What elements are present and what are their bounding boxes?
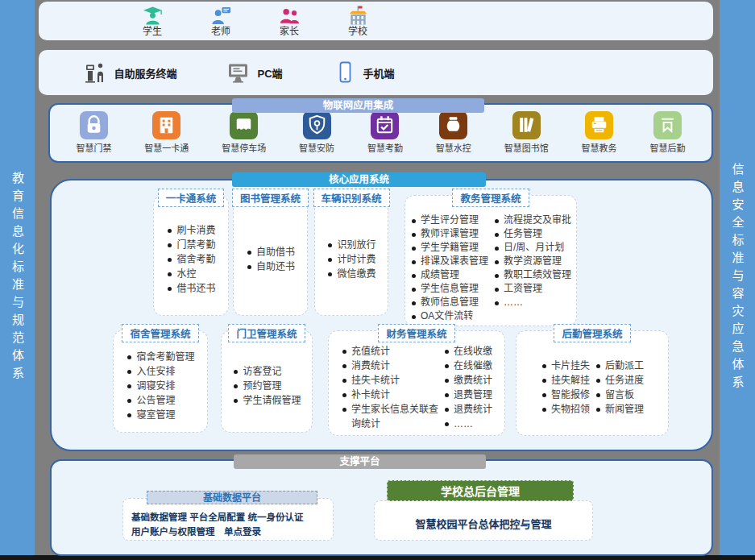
core-header-tab: 核心应用系统 xyxy=(232,172,486,187)
base-platform-line2: 用户账户与权限管理 单点登录 xyxy=(131,525,333,539)
bullet-item: …… xyxy=(443,417,492,431)
iot-item-label: 智慧安防 xyxy=(299,141,334,154)
iot-item-label: 智慧水控 xyxy=(436,141,471,154)
bullet-item: 预约管理 xyxy=(232,379,301,393)
system-box-academic: 教务管理系统 学生评分管理教师评课管理学生学籍管理排课及课表管理成绩管理学生信息… xyxy=(404,195,577,326)
system-box-title: 图书管理系统 xyxy=(232,189,309,207)
system-box-items: 宿舍考勤管理入住安排调寝安排公告管理寝室管理 xyxy=(126,350,194,422)
smart-campus-architecture-diagram: 教育信息化标准与规范体系 信息安全标准与容灾应急体系 学生 xyxy=(0,0,755,560)
teacher-icon xyxy=(210,5,232,27)
system-box-title: 财务管理系统 xyxy=(378,324,454,342)
bullet-item: 宿舍考勤 xyxy=(166,252,215,267)
iot-item-label: 智慧图书馆 xyxy=(504,141,549,154)
school-icon xyxy=(347,5,369,27)
users-panel: 学生 老师 xyxy=(39,2,713,40)
system-box-onecard: 一卡通系统 刷卡消费门禁考勤宿舍考勤水控借书还书 xyxy=(153,195,229,316)
school-backend-desc: 智慧校园平台总体把控与管理 xyxy=(415,516,551,531)
bullet-item: 退费统计 xyxy=(443,402,492,417)
support-header-tab: 支撑平台 xyxy=(234,454,486,469)
iot-item-onecard: 智慧一卡通 xyxy=(144,110,189,154)
bullet-item: 访客登记 xyxy=(232,364,301,379)
bullet-item: 寝室管理 xyxy=(126,408,194,422)
iot-item-label: 智慧一卡通 xyxy=(144,141,189,154)
bullet-item: 水控 xyxy=(166,267,215,281)
parents-icon xyxy=(279,5,301,27)
right-standards-label: 信息安全标准与容灾应急体系 xyxy=(729,163,746,393)
bullet-item: 留言板 xyxy=(595,388,644,402)
system-box-items-right: 在线收缴在线催缴缴费统计退费管理退费统计…… xyxy=(443,344,492,431)
door-access-icon xyxy=(79,110,109,140)
bullet-item: 后勤派工 xyxy=(595,359,644,373)
bullet-item: 卡片挂失 xyxy=(541,359,590,373)
terminal-group-pc: PC端 xyxy=(226,60,282,85)
user-group-student: 学生 xyxy=(142,5,164,37)
system-box-title: 门卫管理系统 xyxy=(228,324,305,342)
iot-item-attendance: 智慧考勤 xyxy=(367,110,403,154)
bullet-item: 退费管理 xyxy=(443,388,492,402)
bullet-item: 教职工绩效管理 xyxy=(493,268,571,282)
bullet-item: 缴费统计 xyxy=(443,373,492,388)
bullet-item: 成绩管理 xyxy=(410,268,488,282)
security-icon xyxy=(302,110,332,140)
bullet-item: 学生学籍管理 xyxy=(410,241,488,255)
student-icon xyxy=(142,5,164,27)
system-box-finance: 财务管理系统 充值统计消费统计挂失卡统计补卡统计学生家长信息关联查询统计 在线收… xyxy=(328,330,505,436)
bullet-item: 挂失卡统计 xyxy=(341,373,438,388)
bullet-item: 教师评课管理 xyxy=(410,227,488,241)
bullet-item: 充值统计 xyxy=(341,344,438,359)
system-box-items-left: 卡片挂失挂失解挂智能报修失物招领 xyxy=(541,359,590,417)
bullet-item: 计时计费 xyxy=(326,252,375,267)
iot-item-academic: 智慧教务 xyxy=(582,110,617,154)
bullet-item: 消费统计 xyxy=(341,359,438,373)
terminal-group-kiosk: 自助服务终端 xyxy=(83,60,176,85)
system-box-dormitory: 宿舍管理系统 宿舍考勤管理入住安排调寝安排公告管理寝室管理 xyxy=(113,330,208,433)
user-label: 学校 xyxy=(348,27,367,37)
system-box-title: 教务管理系统 xyxy=(452,189,529,207)
bullet-item: 在线催缴 xyxy=(443,359,492,373)
system-box-vehicle: 车辆识别系统 识别放行计时计费微信缴费 xyxy=(314,195,388,316)
user-group-school: 学校 xyxy=(347,5,369,37)
bullet-item: OA文件流转 xyxy=(410,309,488,323)
bullet-item: 在线收缴 xyxy=(443,344,492,359)
bullet-item: 宿舍考勤管理 xyxy=(126,350,194,364)
bullet-item: 门禁考勤 xyxy=(166,238,215,252)
kiosk-icon xyxy=(83,60,107,85)
bullet-item: 教师信息管理 xyxy=(410,296,488,309)
iot-item-security: 智慧安防 xyxy=(299,110,334,154)
system-box-items: 访客登记预约管理学生请假管理 xyxy=(232,364,301,408)
bullet-item: 学生请假管理 xyxy=(232,393,301,408)
core-systems-panel: 核心应用系统 一卡通系统 刷卡消费门禁考勤宿舍考勤水控借书还书 图书管理系统 自… xyxy=(50,179,713,451)
iot-item-label: 智慧后勤 xyxy=(649,141,685,154)
bullet-item: 入住安排 xyxy=(126,364,194,379)
bullet-item: 自助借书 xyxy=(246,245,295,259)
iot-item-label: 智慧考勤 xyxy=(367,141,403,154)
system-box-title: 车辆识别系统 xyxy=(313,189,390,207)
system-box-items-left: 充值统计消费统计挂失卡统计补卡统计学生家长信息关联查询统计 xyxy=(341,344,438,431)
bullet-item: 流程提交及审批 xyxy=(493,214,571,227)
system-box-items-right: 后勤派工任务进度留言板新闻管理 xyxy=(595,359,644,417)
iot-item-logistics: 智慧后勤 xyxy=(649,110,685,154)
iot-item-label: 智慧停车场 xyxy=(222,141,266,154)
bullet-item: 补卡统计 xyxy=(341,388,438,402)
bullet-item: 排课及课表管理 xyxy=(410,255,488,268)
bullet-item: 公告管理 xyxy=(126,393,194,408)
parking-icon xyxy=(229,110,259,140)
right-standards-bar: 信息安全标准与容灾应急体系 xyxy=(720,0,755,555)
iot-panel: 物联网应用集成 智慧门禁 xyxy=(48,103,713,163)
system-box-title: 后勤管理系统 xyxy=(554,324,630,342)
left-standards-bar: 教育信息化标准与规范体系 xyxy=(0,0,35,555)
system-box-items: 刷卡消费门禁考勤宿舍考勤水控借书还书 xyxy=(166,223,215,296)
user-group-teacher: 老师 xyxy=(210,5,232,37)
bullet-item: 调寝安排 xyxy=(126,379,194,393)
system-box-logistics: 后勤管理系统 卡片挂失挂失解挂智能报修失物招领 后勤派工任务进度留言板新闻管理 xyxy=(516,330,669,436)
system-box-items-left: 学生评分管理教师评课管理学生学籍管理排课及课表管理成绩管理学生信息管理教师信息管… xyxy=(410,214,488,323)
onecard-icon xyxy=(151,110,181,140)
bullet-item: 刷卡消费 xyxy=(166,223,215,238)
user-label: 家长 xyxy=(280,27,299,37)
base-data-platform-tab: 基础数据平台 xyxy=(147,491,317,504)
bullet-item: 微信缴费 xyxy=(326,267,375,281)
bullet-item: 工资管理 xyxy=(493,282,571,296)
academic-icon xyxy=(584,110,614,140)
logistics-icon xyxy=(653,110,682,140)
system-box-items-right: 流程提交及审批任务管理日/周、月计划教学资源管理教职工绩效管理工资管理…… xyxy=(493,214,571,309)
